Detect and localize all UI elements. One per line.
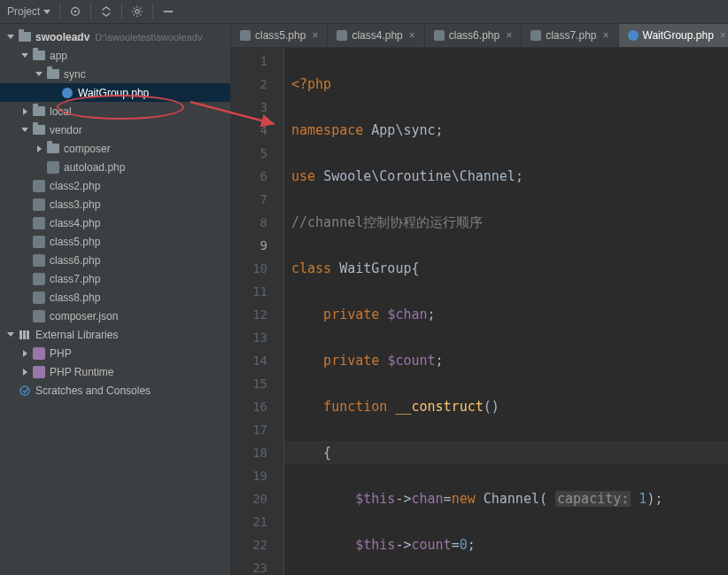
project-root[interactable]: swooleadv D:\swooletest\swooleadv — [0, 27, 230, 46]
chevron-down-icon — [35, 72, 43, 76]
chevron-down-icon — [21, 53, 28, 58]
file-class7[interactable]: class7.php — [0, 269, 230, 288]
project-path: D:\swooletest\swooleadv — [95, 32, 202, 43]
class-icon — [62, 88, 73, 98]
file-class5[interactable]: class5.php — [0, 232, 230, 251]
folder-icon — [47, 69, 59, 79]
lib-php[interactable]: PHP — [0, 344, 230, 362]
php-icon — [531, 30, 541, 41]
json-icon — [33, 310, 45, 322]
php-icon — [33, 236, 45, 248]
code-content[interactable]: <?php namespace App\sync; use Swoole\Cor… — [284, 48, 728, 575]
chevron-right-icon — [23, 369, 27, 376]
svg-rect-6 — [27, 330, 29, 339]
php-icon — [33, 273, 45, 285]
svg-point-1 — [74, 11, 77, 13]
class-icon — [628, 30, 639, 41]
folder-icon — [33, 106, 45, 116]
gutter: 1 2 3 4 5 6 7 8 9 10 11 12 13 14 15 16 1 — [231, 48, 284, 575]
chevron-right-icon — [23, 108, 27, 115]
svg-rect-3 — [164, 11, 174, 12]
separator — [121, 4, 122, 19]
tab-class4[interactable]: class4.php× — [328, 24, 424, 47]
library-icon — [19, 329, 31, 341]
code-editor[interactable]: 1 2 3 4 5 6 7 8 9 10 11 12 13 14 15 16 1 — [231, 48, 728, 575]
php-icon — [47, 161, 59, 174]
folder-composer[interactable]: composer — [0, 139, 230, 158]
settings-button[interactable] — [124, 0, 151, 23]
folder-vendor[interactable]: vendor — [0, 120, 230, 139]
php-icon — [434, 30, 445, 41]
file-class3[interactable]: class3.php — [0, 195, 230, 214]
php-icon — [337, 30, 347, 41]
php-icon — [33, 180, 45, 192]
folder-icon — [33, 51, 45, 60]
project-name: swooleadv — [35, 31, 89, 43]
file-autoload[interactable]: autoload.php — [0, 158, 230, 176]
folder-sync[interactable]: sync — [0, 65, 230, 83]
project-tree[interactable]: swooleadv D:\swooletest\swooleadv app sy… — [0, 24, 231, 575]
chevron-down-icon — [7, 332, 14, 337]
tab-waitgroup[interactable]: WaitGroup.php× — [619, 24, 728, 47]
chevron-down-icon — [21, 128, 28, 132]
php-icon — [240, 30, 251, 41]
chevron-down-icon — [43, 10, 50, 14]
folder-app[interactable]: app — [0, 46, 230, 65]
project-toolbar: Project — [0, 0, 728, 24]
php-icon — [33, 347, 45, 360]
minimize-icon — [162, 5, 174, 18]
chevron-down-icon — [7, 35, 14, 39]
php-icon — [33, 198, 45, 211]
lib-php-runtime[interactable]: PHP Runtime — [0, 362, 230, 381]
separator — [152, 4, 153, 19]
tab-class6[interactable]: class6.php× — [425, 24, 522, 47]
file-waitgroup[interactable]: WaitGroup.php — [0, 83, 230, 102]
chevron-right-icon — [37, 145, 42, 152]
svg-rect-4 — [19, 330, 22, 339]
svg-rect-5 — [23, 330, 26, 339]
chevron-right-icon — [23, 350, 27, 357]
external-libraries[interactable]: External Libraries — [0, 325, 230, 344]
php-icon — [33, 217, 45, 229]
php-icon — [33, 291, 45, 304]
svg-point-2 — [136, 10, 139, 13]
folder-icon — [47, 144, 59, 153]
folder-icon — [19, 32, 31, 42]
target-icon — [69, 5, 81, 18]
close-icon[interactable]: × — [603, 29, 609, 42]
close-icon[interactable]: × — [720, 29, 726, 42]
tab-class5[interactable]: class5.php× — [231, 24, 328, 47]
file-class4[interactable]: class4.php — [0, 214, 230, 232]
folder-local[interactable]: local — [0, 102, 230, 120]
tab-class7[interactable]: class7.php× — [522, 24, 618, 47]
file-class6[interactable]: class6.php — [0, 251, 230, 269]
hide-button[interactable] — [155, 0, 182, 23]
file-class8[interactable]: class8.php — [0, 288, 230, 307]
editor-tabs: class5.php× class4.php× class6.php× clas… — [231, 24, 728, 48]
file-composer-json[interactable]: composer.json — [0, 307, 230, 325]
collapse-button[interactable] — [93, 0, 120, 23]
scratch-icon — [19, 385, 31, 397]
php-icon — [33, 366, 45, 378]
scope-button[interactable] — [62, 0, 89, 23]
separator — [90, 4, 91, 19]
close-icon[interactable]: × — [409, 29, 415, 42]
separator — [59, 4, 60, 19]
gear-icon — [131, 5, 143, 18]
close-icon[interactable]: × — [506, 29, 512, 42]
svg-point-7 — [20, 386, 29, 395]
close-icon[interactable]: × — [312, 29, 318, 42]
file-class2[interactable]: class2.php — [0, 176, 230, 195]
project-dropdown[interactable]: Project — [0, 0, 58, 23]
editor-area: class5.php× class4.php× class6.php× clas… — [231, 24, 728, 575]
scratches[interactable]: Scratches and Consoles — [0, 381, 230, 400]
collapse-icon — [100, 5, 112, 18]
project-label: Project — [7, 5, 40, 18]
folder-icon — [33, 125, 45, 135]
php-icon — [33, 254, 45, 267]
